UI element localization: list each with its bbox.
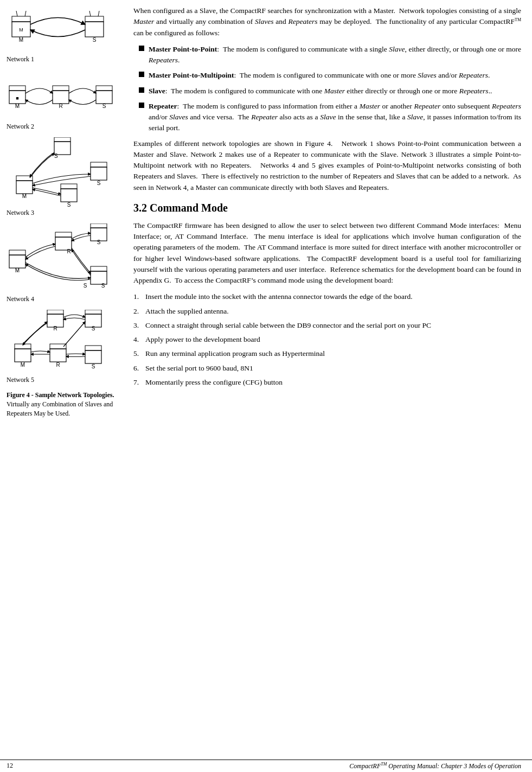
network-4-label: Network 4 (7, 295, 120, 303)
intro-paragraph: When configured as a Slave, the CompactR… (133, 5, 521, 39)
svg-line-8 (89, 11, 91, 16)
step-3: 3. Connect a straight through serial cab… (133, 320, 521, 331)
svg-text:S: S (102, 103, 106, 109)
figure-caption-bold: Figure 4 - Sample Network Topologies. (7, 391, 114, 399)
svg-text:R: R (53, 326, 57, 331)
step-2: 2. Attach the supplied antenna. (133, 306, 521, 317)
svg-text:■: ■ (16, 95, 18, 101)
network-5-diagram: R S M R S (7, 310, 120, 375)
svg-rect-18 (96, 91, 112, 104)
svg-text:S: S (101, 283, 105, 289)
bullet-text-3: Slave: The modem is configured to commun… (149, 86, 521, 97)
bullet-text-1: Master Point-to-Point: The modem is conf… (149, 44, 521, 66)
svg-rect-33 (9, 255, 25, 268)
svg-text:M: M (15, 103, 20, 109)
svg-rect-43 (91, 266, 107, 271)
step-4-text: Apply power to the development board (145, 334, 521, 345)
svg-text:S: S (92, 326, 95, 331)
command-mode-paragraph: The CompactRF firmware has been designed… (133, 220, 521, 286)
step-5: 5. Run any terminal application program … (133, 348, 521, 359)
bullet-repeater: Repeater: The modem is configured to pas… (139, 101, 521, 134)
network-1-block: M M S Network 1 (7, 5, 120, 63)
svg-text:M: M (19, 27, 23, 33)
svg-text:R: R (59, 103, 62, 109)
network-2-label: Network 2 (7, 123, 120, 131)
bullet-slave: Slave: The modem is configured to commun… (139, 86, 521, 97)
network-2-diagram: ■ M R S (7, 70, 120, 122)
svg-rect-7 (85, 16, 104, 22)
steps-list: 1. Insert the module into the socket wit… (133, 291, 521, 388)
svg-rect-30 (61, 189, 77, 202)
right-column: When configured as a Slave, the CompactR… (125, 0, 532, 772)
network-1-label: Network 1 (7, 55, 120, 63)
body-paragraph-topologies: Examples of different network topologies… (133, 138, 521, 193)
svg-rect-40 (91, 224, 107, 228)
network-3-label: Network 3 (7, 209, 120, 217)
step-1-num: 1. (133, 291, 145, 302)
step-5-num: 5. (133, 348, 145, 359)
svg-rect-59 (85, 346, 101, 350)
footer-product-name: CompactRF (349, 762, 381, 770)
footer-tm: TM (381, 762, 387, 767)
svg-rect-31 (61, 184, 77, 189)
svg-text:S: S (84, 283, 87, 289)
network-1-diagram: M M S (7, 5, 120, 54)
svg-rect-25 (54, 137, 70, 142)
svg-line-3 (25, 11, 26, 16)
network-5-label: Network 5 (7, 376, 120, 384)
svg-rect-47 (47, 310, 63, 314)
svg-rect-12 (9, 86, 25, 91)
svg-line-9 (98, 11, 99, 16)
svg-text:M: M (21, 362, 25, 368)
bullet-list: Master Point-to-Point: The modem is conf… (139, 44, 521, 134)
network-2-block: ■ M R S (7, 70, 120, 131)
footer-page-number: 12 (7, 762, 13, 770)
network-4-block: M R S S S (7, 224, 120, 303)
svg-rect-58 (85, 350, 101, 363)
step-2-text: Attach the supplied antenna. (145, 306, 521, 317)
svg-text:M: M (22, 193, 27, 199)
svg-text:M: M (15, 267, 20, 273)
svg-text:S: S (67, 202, 71, 208)
network-4-diagram: M R S S S (7, 224, 120, 294)
svg-rect-16 (53, 86, 69, 91)
svg-text:S: S (54, 153, 58, 159)
bullet-master-p2p: Master Point-to-Point: The modem is conf… (139, 44, 521, 66)
svg-text:S: S (97, 180, 101, 186)
footer-subtitle: Operating Manual: Chapter 3 Modes of Ope… (387, 762, 521, 770)
svg-rect-52 (15, 349, 31, 362)
svg-rect-27 (91, 167, 107, 180)
step-3-num: 3. (133, 320, 145, 331)
footer: 12 CompactRFTM Operating Manual: Chapter… (0, 760, 532, 772)
svg-rect-19 (96, 86, 112, 91)
step-4: 4. Apply power to the development board (133, 334, 521, 345)
svg-text:S: S (97, 239, 101, 245)
network-5-block: R S M R S (7, 310, 120, 384)
step-4-num: 4. (133, 334, 145, 345)
bullet-icon-2 (139, 72, 144, 77)
svg-line-2 (16, 11, 17, 16)
step-7-num: 7. (133, 377, 145, 388)
svg-rect-55 (50, 349, 66, 362)
section-title: Command Mode (150, 202, 228, 214)
step-1: 1. Insert the module into the socket wit… (133, 291, 521, 302)
svg-rect-37 (55, 232, 72, 237)
section-number: 3.2 (133, 202, 150, 214)
svg-text:S: S (92, 363, 95, 369)
network-3-diagram: M S S S (7, 137, 120, 208)
section-heading-command-mode: 3.2 Command Mode (133, 200, 521, 216)
step-3-text: Connect a straight through serial cable … (145, 320, 521, 331)
svg-rect-28 (91, 162, 107, 167)
svg-text:M: M (19, 37, 23, 43)
step-5-text: Run any terminal application program suc… (145, 348, 521, 359)
figure-caption-normal: Virtually any Combination of Slaves and … (7, 400, 113, 417)
svg-text:R: R (56, 362, 60, 368)
svg-rect-1 (12, 16, 30, 22)
bullet-icon-4 (139, 103, 144, 108)
svg-text:R: R (67, 248, 70, 254)
left-column: M M S Network 1 (0, 0, 125, 772)
bullet-icon-3 (139, 87, 144, 93)
network-3-block: M S S S (7, 137, 120, 217)
svg-rect-6 (85, 22, 104, 37)
figure-caption: Figure 4 - Sample Network Topologies. Vi… (7, 391, 120, 418)
